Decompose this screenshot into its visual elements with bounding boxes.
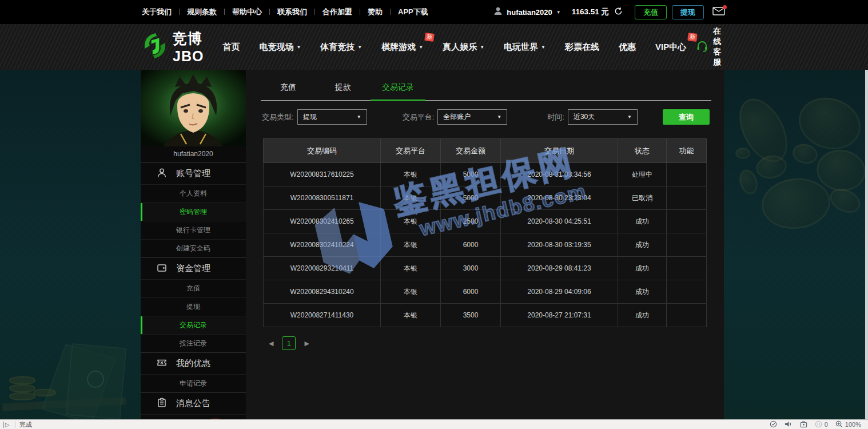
cell-status: 成功	[618, 280, 667, 304]
chevron-down-icon	[357, 114, 361, 120]
vertical-scrollbar[interactable]	[865, 70, 868, 419]
time-label: 时间:	[547, 112, 564, 122]
cell-action	[667, 210, 707, 233]
tools-icon[interactable]	[800, 420, 807, 429]
section-title: 账号管理	[176, 168, 210, 179]
deposit-button[interactable]: 充值	[635, 5, 667, 19]
col-header-code: 交易编码	[264, 139, 381, 163]
user-menu[interactable]: hufatian2020	[493, 6, 560, 18]
online-service-label: 在线客服	[713, 26, 724, 67]
blocked-icon	[815, 420, 822, 429]
sidebar-item-application-records[interactable]: 申请记录	[141, 374, 246, 392]
refresh-balance-icon[interactable]	[614, 7, 623, 18]
top-links: 关于我们 规则条款 帮助中心 联系我们 合作加盟 赞助 APP下载	[142, 7, 428, 17]
link-about[interactable]: 关于我们	[142, 7, 187, 17]
nav-item-promotions[interactable]: 优惠	[609, 24, 646, 70]
site-logo[interactable]: 竞博JBO	[142, 29, 204, 65]
sidebar-item-bank-cards[interactable]: 银行卡管理	[141, 221, 246, 239]
cell-action	[667, 304, 707, 327]
notice-icon	[157, 398, 167, 410]
next-page-icon[interactable]	[304, 340, 309, 347]
security-check-icon[interactable]	[770, 420, 777, 429]
search-button[interactable]: 查询	[663, 109, 710, 125]
item-label: 交易记录	[180, 321, 207, 329]
sidebar-item-bet-records[interactable]: 投注记录	[141, 334, 246, 352]
col-header-action: 功能	[667, 139, 707, 163]
table-row: W202008293210411 本银 3000 2020-08-29 08:4…	[264, 257, 707, 280]
transaction-type-select[interactable]: 提现	[297, 109, 367, 125]
item-label: 创建安全码	[176, 244, 210, 252]
sidebar-username: hufatian2020	[141, 146, 246, 162]
coin-decoration	[735, 148, 750, 159]
sidebar-section-messages[interactable]: 消息公告	[141, 392, 246, 414]
link-rules[interactable]: 规则条款	[187, 7, 232, 17]
sidebar-item-profile[interactable]: 个人资料	[141, 184, 246, 202]
tab-deposit[interactable]: 充值	[261, 82, 316, 100]
jbo-logo-icon	[142, 33, 168, 61]
chevron-down-icon	[497, 114, 501, 120]
sidebar-item-security-code[interactable]: 创建安全码	[141, 239, 246, 257]
nav-item-home[interactable]: 首页	[213, 24, 249, 70]
blocked-popups-group[interactable]: 0	[815, 420, 828, 429]
cell-code: W202008302410265	[264, 210, 381, 233]
browser-status-bar: 完成 0	[0, 419, 868, 429]
nav-label: VIP中心	[655, 42, 686, 51]
nav-item-lottery[interactable]: 彩票在线	[555, 24, 609, 70]
link-help[interactable]: 帮助中心	[232, 7, 277, 17]
page-number[interactable]: 1	[282, 336, 296, 350]
sidebar-item-password[interactable]: 密码管理	[141, 202, 246, 221]
zoom-control[interactable]: 100%	[835, 420, 861, 429]
nav-label: 棋牌游戏	[381, 42, 416, 51]
time-select[interactable]: 近30天	[568, 109, 638, 125]
avatar[interactable]	[141, 70, 246, 146]
page: 关于我们 规则条款 帮助中心 联系我们 合作加盟 赞助 APP下载 hufati…	[0, 0, 868, 429]
platform-select[interactable]: 全部账户	[437, 109, 507, 125]
prev-page-icon[interactable]	[269, 340, 273, 347]
cell-date: 2020-08-30 04:25:51	[501, 210, 618, 233]
cell-platform: 本银	[381, 233, 441, 257]
select-value: 近30天	[574, 112, 595, 122]
nav-item-sports[interactable]: 体育竞技	[310, 24, 372, 70]
nav-item-vip[interactable]: VIP中心新	[646, 24, 696, 70]
cell-platform: 本银	[381, 280, 441, 304]
col-header-date: 交易日期	[501, 139, 618, 163]
link-contact[interactable]: 联系我们	[277, 7, 322, 17]
chevron-down-icon	[357, 45, 362, 50]
tab-withdraw[interactable]: 提款	[316, 82, 371, 100]
mail-icon[interactable]	[712, 7, 725, 18]
nav-item-board-games[interactable]: 棋牌游戏新	[372, 24, 433, 70]
link-sponsor[interactable]: 赞助	[368, 7, 398, 17]
link-affiliate[interactable]: 合作加盟	[322, 7, 368, 17]
bill-seal-decoration	[87, 371, 104, 388]
col-header-status: 状态	[618, 139, 667, 163]
user-icon	[157, 168, 167, 180]
sidebar-section-account[interactable]: 账号管理	[141, 162, 246, 184]
top-right-area: hufatian2020 1163.51 元 充值 提现	[493, 0, 725, 24]
chevron-down-icon	[541, 45, 546, 50]
sidebar-item-withdraw[interactable]: 提现	[141, 297, 246, 316]
online-service[interactable]: 在线客服	[696, 26, 724, 67]
cell-amount: 2500	[441, 210, 501, 233]
cell-code: W202008300511871	[264, 186, 381, 210]
sidebar-item-deposit[interactable]: 充值	[141, 279, 246, 297]
nav-item-esports-live[interactable]: 电竞现场	[249, 24, 310, 70]
withdraw-button[interactable]: 提现	[672, 5, 704, 19]
sidebar-item-transactions[interactable]: 交易记录	[141, 316, 246, 334]
nav-menu: 首页 电竞现场 体育竞技 棋牌游戏新 真人娱乐 电玩世界 彩票在线 优惠 VIP…	[213, 24, 696, 70]
tab-label: 提款	[335, 82, 351, 92]
nav-item-live-casino[interactable]: 真人娱乐	[433, 24, 494, 70]
tab-transactions[interactable]: 交易记录	[371, 82, 425, 101]
item-label: 个人资料	[180, 189, 207, 197]
sidebar-section-funds[interactable]: 资金管理	[141, 257, 246, 279]
cell-action	[667, 280, 707, 304]
section-title: 我的优惠	[176, 358, 210, 369]
cell-code: W202008271411430	[264, 304, 381, 327]
cell-action	[667, 233, 707, 257]
chevron-down-icon	[480, 45, 484, 50]
item-label: 申请记录	[180, 379, 207, 387]
sound-icon[interactable]	[785, 420, 793, 429]
nav-item-arcade[interactable]: 电玩世界	[494, 24, 555, 70]
sidebar-section-promotions[interactable]: 我的优惠	[141, 352, 246, 374]
user-icon	[493, 6, 503, 18]
link-app-download[interactable]: APP下载	[398, 7, 428, 17]
